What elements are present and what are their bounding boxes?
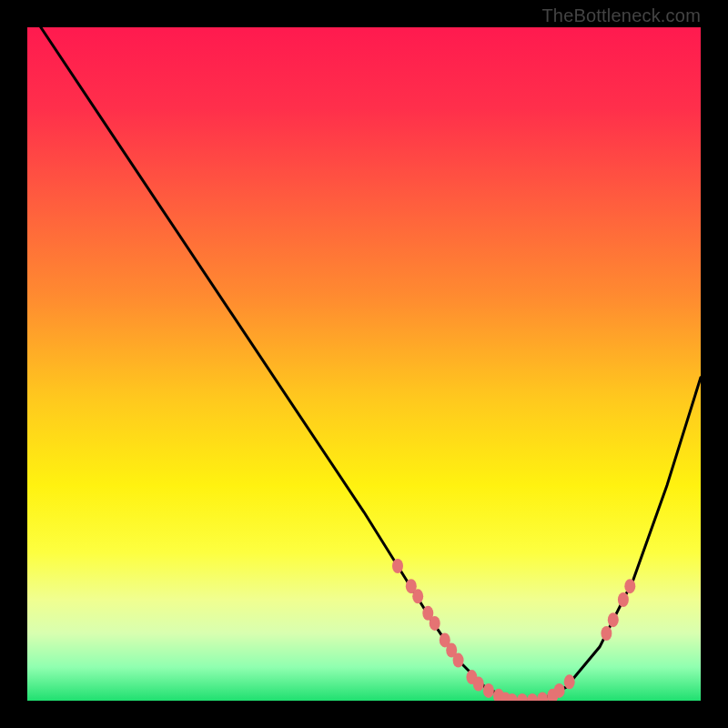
watermark-text: TheBottleneck.com [541,5,701,26]
highlight-point [554,683,565,698]
plot-area [27,27,701,701]
chart-frame: TheBottleneck.com [0,0,728,728]
chart-svg [27,27,701,701]
highlight-point [430,616,440,631]
highlight-point [527,693,538,701]
highlight-point [624,579,635,593]
highlight-point [483,683,494,698]
highlight-point [473,677,484,692]
highlight-point [537,693,548,702]
highlight-point [601,626,612,641]
highlight-point [412,589,423,603]
highlight-point [392,559,403,573]
highlight-points [392,559,635,701]
bottleneck-curve [41,27,701,701]
highlight-point [517,693,528,701]
highlight-point [618,592,629,607]
highlight-point [564,674,575,689]
highlight-point [608,612,619,627]
highlight-point [453,653,464,668]
